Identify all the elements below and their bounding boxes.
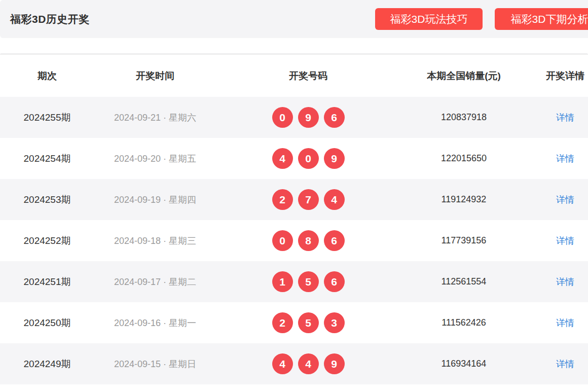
lottery-ball: 6: [324, 107, 345, 128]
draw-numbers-cell: 1 5 6: [216, 261, 400, 302]
lottery-ball: 4: [324, 189, 345, 210]
col-header-details: 开奖详情: [527, 69, 588, 83]
draw-numbers-cell: 0 8 6: [216, 220, 400, 261]
lottery-ball: 4: [298, 353, 319, 374]
lottery-history-table: 期次 开奖时间 开奖号码 本期全国销量(元) 开奖详情 2024255期 202…: [0, 55, 588, 384]
draw-numbers-cell: 4 4 9: [216, 343, 400, 384]
draw-date-cell: 2024-09-21 · 星期六: [94, 97, 216, 138]
lottery-ball: 5: [298, 271, 319, 292]
draw-date-cell: 2024-09-15 · 星期日: [94, 343, 216, 384]
topbar: 福彩3D历史开奖 福彩3D玩法技巧 福彩3D下期分析: [0, 0, 588, 38]
table-row: 2024251期 2024-09-17 · 星期二 1 5 6 11256155…: [0, 261, 588, 302]
draw-numbers-cell: 2 7 4: [216, 179, 400, 220]
table-body: 2024255期 2024-09-21 · 星期六 0 9 6 12083791…: [0, 97, 588, 384]
lottery-ball: 0: [272, 107, 293, 128]
lottery-ball: 7: [298, 189, 319, 210]
draw-numbers-cell: 2 5 3: [216, 302, 400, 343]
detail-link[interactable]: 详情: [556, 358, 574, 370]
period-cell: 2024250期: [0, 302, 94, 343]
table-header-row: 期次 开奖时间 开奖号码 本期全国销量(元) 开奖详情: [0, 55, 588, 97]
draw-date-cell: 2024-09-18 · 星期三: [94, 220, 216, 261]
lottery-ball: 9: [324, 148, 345, 169]
lottery-ball: 9: [298, 107, 319, 128]
page-title: 福彩3D历史开奖: [10, 12, 90, 26]
lottery-ball: 3: [324, 312, 345, 333]
detail-link[interactable]: 详情: [556, 153, 574, 165]
detail-link[interactable]: 详情: [556, 317, 574, 329]
period-cell: 2024253期: [0, 179, 94, 220]
lottery-ball: 4: [272, 353, 293, 374]
table-row: 2024255期 2024-09-21 · 星期六 0 9 6 12083791…: [0, 97, 588, 138]
table-row: 2024250期 2024-09-16 · 星期一 2 5 3 11156242…: [0, 302, 588, 343]
draw-numbers-cell: 4 0 9: [216, 138, 400, 179]
next-draw-analysis-button[interactable]: 福彩3D下期分析: [495, 8, 588, 30]
lottery-ball: 0: [298, 148, 319, 169]
draw-date-cell: 2024-09-16 · 星期一: [94, 302, 216, 343]
col-header-sales: 本期全国销量(元): [400, 69, 527, 83]
lottery-ball: 2: [272, 312, 293, 333]
draw-date-cell: 2024-09-19 · 星期四: [94, 179, 216, 220]
lottery-ball: 4: [272, 148, 293, 169]
draw-date-cell: 2024-09-17 · 星期二: [94, 261, 216, 302]
draw-numbers-cell: 0 9 6: [216, 97, 400, 138]
sales-cell: 119124932: [400, 179, 527, 220]
period-cell: 2024251期: [0, 261, 94, 302]
sales-cell: 117739156: [400, 220, 527, 261]
detail-link[interactable]: 详情: [556, 276, 574, 288]
period-cell: 2024252期: [0, 220, 94, 261]
detail-link[interactable]: 详情: [556, 194, 574, 206]
table-row: 2024254期 2024-09-20 · 星期五 4 0 9 12201565…: [0, 138, 588, 179]
period-cell: 2024249期: [0, 343, 94, 384]
page: 福彩3D历史开奖 福彩3D玩法技巧 福彩3D下期分析 期次 开奖时间 开奖号码 …: [0, 0, 588, 384]
sales-cell: 122015650: [400, 138, 527, 179]
detail-link[interactable]: 详情: [556, 112, 574, 124]
lottery-ball: 6: [324, 230, 345, 251]
col-header-draw-time: 开奖时间: [94, 69, 216, 83]
lottery-ball: 1: [272, 271, 293, 292]
table-row: 2024253期 2024-09-19 · 星期四 2 7 4 11912493…: [0, 179, 588, 220]
draw-date-cell: 2024-09-20 · 星期五: [94, 138, 216, 179]
lottery-ball: 5: [298, 312, 319, 333]
play-tips-button[interactable]: 福彩3D玩法技巧: [375, 8, 483, 30]
period-cell: 2024255期: [0, 97, 94, 138]
table-row: 2024252期 2024-09-18 · 星期三 0 8 6 11773915…: [0, 220, 588, 261]
lottery-ball: 8: [298, 230, 319, 251]
period-cell: 2024254期: [0, 138, 94, 179]
table-row: 2024249期 2024-09-15 · 星期日 4 4 9 11693416…: [0, 343, 588, 384]
sales-cell: 116934164: [400, 343, 527, 384]
sales-cell: 111562426: [400, 302, 527, 343]
col-header-period: 期次: [0, 69, 94, 83]
sales-cell: 112561554: [400, 261, 527, 302]
lottery-ball: 2: [272, 189, 293, 210]
detail-link[interactable]: 详情: [556, 235, 574, 247]
sales-cell: 120837918: [400, 97, 527, 138]
lottery-ball: 9: [324, 353, 345, 374]
lottery-ball: 6: [324, 271, 345, 292]
lottery-ball: 0: [272, 230, 293, 251]
col-header-draw-numbers: 开奖号码: [216, 69, 400, 83]
